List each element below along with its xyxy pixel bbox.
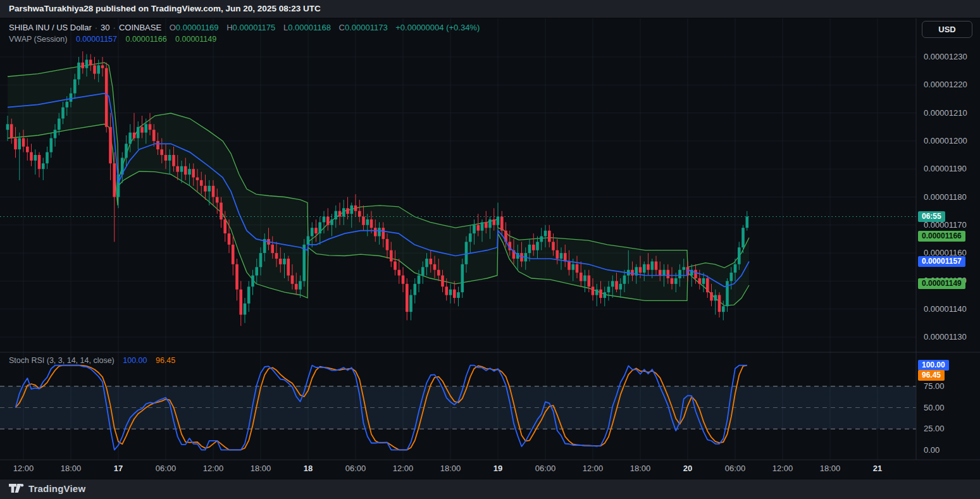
candle-body	[346, 208, 349, 214]
candle-body	[592, 286, 595, 295]
open-value: 0.00001169	[176, 23, 219, 32]
candle-body	[38, 155, 41, 169]
candle-body	[382, 228, 385, 239]
candle-body	[588, 276, 591, 287]
candle-body	[441, 276, 444, 287]
currency-toggle-button[interactable]: USD	[922, 21, 972, 38]
candle-body	[500, 217, 504, 231]
stoch-tick-label: 25.00	[924, 424, 945, 433]
candle-body	[398, 270, 401, 276]
candle-body	[342, 208, 345, 216]
time-tick-label: 18:00	[251, 464, 271, 473]
candle-body	[457, 292, 460, 298]
candle-body	[61, 108, 65, 119]
candle-body	[330, 219, 333, 225]
candle-body	[232, 245, 235, 264]
countdown-badge: 06:55	[918, 211, 945, 222]
legend-separator: ·	[92, 23, 101, 32]
candle-body	[89, 59, 92, 65]
candle-body	[481, 222, 484, 230]
candle-body	[295, 284, 298, 290]
price-tick-label: 0.00001180	[924, 192, 967, 202]
price-tick-label: 0.00001190	[924, 164, 967, 173]
candle-body	[350, 206, 354, 214]
bottom-brand-bar: TradingView	[0, 479, 980, 499]
candle-body	[73, 79, 77, 93]
price-tick-label: 0.00001210	[924, 108, 967, 118]
time-tick-label: 12:00	[13, 464, 34, 473]
time-tick-label: 06:00	[345, 464, 366, 473]
tradingview-logo-link[interactable]: TradingView	[9, 483, 85, 494]
candle-body	[22, 139, 25, 147]
candle-body	[235, 264, 239, 290]
time-tick-label: 12:00	[583, 464, 604, 473]
candle-body	[125, 144, 128, 157]
candle-body	[631, 270, 634, 276]
candle-body	[548, 231, 551, 242]
candle-body	[335, 211, 338, 219]
published-top-bar: ParshwaTurakhiya28 published on TradingV…	[0, 0, 980, 18]
candle-body	[101, 65, 104, 68]
symbol-legend-row[interactable]: SHIBA INU / US Dollar·30·COINBASE O0.000…	[9, 23, 480, 32]
stoch-legend-row[interactable]: Stoch RSI (3, 3, 14, 14, close) 100.00 9…	[9, 356, 175, 365]
price-chart[interactable]	[0, 18, 980, 479]
brand-text: TradingView	[28, 483, 85, 494]
change-value: +0.00000004 (+0.34%)	[395, 23, 480, 32]
candle-body	[192, 169, 195, 177]
stoch-title: Stoch RSI (3, 3, 14, 14, close)	[9, 356, 115, 365]
candle-body	[14, 139, 17, 150]
candle-body	[54, 130, 57, 138]
candle-body	[647, 264, 650, 270]
candle-body	[188, 169, 191, 175]
low-value: 0.00001168	[288, 23, 331, 32]
time-axis[interactable]: 12:0018:001706:0012:0018:001806:0012:001…	[0, 460, 916, 479]
candle-body	[42, 163, 45, 169]
candle-body	[623, 276, 626, 284]
candle-body	[172, 155, 175, 166]
time-tick-label: 19	[493, 464, 502, 473]
candle-body	[156, 141, 159, 149]
legend-separator: ·	[110, 23, 119, 32]
candle-body	[497, 217, 500, 225]
candle-body	[421, 267, 425, 275]
candle-body	[694, 270, 697, 278]
vwap-legend-row[interactable]: VWAP (Session) 0.00001157 0.00001166 0.0…	[9, 35, 216, 44]
candle-body	[445, 286, 449, 295]
candle-body	[366, 219, 369, 225]
time-tick-label: 18	[304, 464, 313, 473]
candle-body	[318, 222, 321, 233]
candle-body	[144, 124, 147, 132]
candle-body	[212, 186, 215, 197]
candle-body	[599, 290, 602, 298]
candle-body	[259, 253, 263, 267]
candle-body	[493, 219, 496, 225]
symbol-name: SHIBA INU / US Dollar	[9, 23, 92, 32]
time-tick-label: 18:00	[820, 464, 841, 473]
candle-body	[338, 211, 342, 217]
time-tick-label: 06:00	[156, 464, 177, 473]
candle-body	[374, 228, 377, 236]
candle-body	[683, 267, 686, 269]
candle-body	[30, 152, 33, 161]
candle-body	[370, 219, 373, 228]
vwap-label: VWAP (Session)	[9, 35, 67, 44]
candle-body	[477, 225, 480, 231]
candle-body	[386, 239, 389, 250]
stoch-k-badge: 100.00	[918, 360, 949, 371]
candle-body	[6, 124, 9, 130]
candle-body	[473, 225, 476, 233]
candle-body	[430, 259, 433, 264]
candle-body	[485, 222, 488, 228]
chart-container: SHIBA INU / US Dollar·30·COINBASE O0.000…	[0, 18, 980, 479]
candle-body	[255, 267, 258, 275]
candle-body	[239, 290, 242, 315]
candle-body	[113, 163, 116, 197]
candle-body	[216, 197, 219, 203]
candle-body	[279, 259, 282, 264]
candle-body	[10, 124, 13, 138]
candle-body	[208, 186, 211, 192]
candle-body	[556, 250, 559, 259]
candle-body	[552, 242, 555, 250]
price-axis[interactable]: 0.000012300.000012200.000012100.00001200…	[916, 18, 980, 479]
candle-body	[283, 259, 286, 264]
